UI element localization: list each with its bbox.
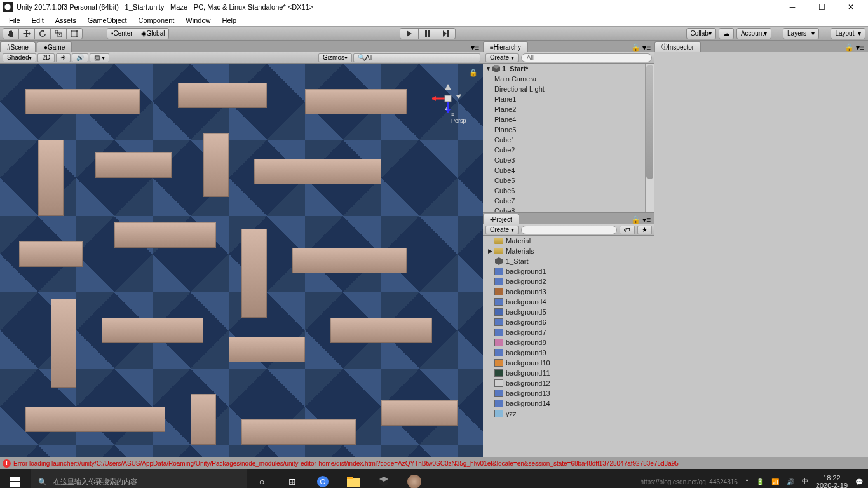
hierarchy-search[interactable] <box>521 53 652 62</box>
menu-component[interactable]: Component <box>133 15 179 25</box>
project-tree[interactable]: Material▶Materials1_Startbackground1back… <box>483 236 654 458</box>
menu-gameobject[interactable]: GameObject <box>83 15 132 25</box>
collab-dropdown[interactable]: Collab ▾ <box>686 28 716 39</box>
tab-hierarchy[interactable]: ≡ Hierarchy <box>483 41 528 52</box>
project-create-dropdown[interactable]: Create ▾ <box>485 226 519 234</box>
project-asset[interactable]: background4 <box>483 297 654 307</box>
scene-search[interactable]: 🔍 All <box>353 53 480 62</box>
hierarchy-item[interactable]: Plane4 <box>483 114 654 125</box>
pivot-center-toggle[interactable]: ▪ Center <box>107 28 137 39</box>
menu-edit[interactable]: Edit <box>27 15 49 25</box>
project-asset[interactable]: background8 <box>483 337 654 348</box>
maximize-button[interactable]: ☐ <box>807 0 836 14</box>
taskview-icon[interactable]: ⊞ <box>277 469 308 488</box>
scale-tool[interactable] <box>50 28 67 39</box>
hierarchy-item[interactable]: Plane2 <box>483 104 654 114</box>
panel-options-icon[interactable]: ▾≡ <box>467 43 483 52</box>
project-folder[interactable]: Material <box>483 236 654 246</box>
scene-view[interactable]: z ≡ Persp 🔒 <box>0 64 483 458</box>
hand-tool[interactable] <box>3 28 19 39</box>
lighting-toggle[interactable]: ☀ <box>56 53 71 62</box>
gizmos-dropdown[interactable]: Gizmos ▾ <box>318 53 352 62</box>
inspector-options-icon[interactable]: 🔒 ▾≡ <box>841 43 868 52</box>
fx-dropdown[interactable]: ▧ ▾ <box>90 53 109 62</box>
search-save-icon[interactable]: ★ <box>637 226 652 234</box>
tray-up-icon[interactable]: ˄ <box>745 478 749 485</box>
project-asset[interactable]: background14 <box>483 398 654 409</box>
rotate-tool[interactable] <box>34 28 51 39</box>
project-asset[interactable]: background11 <box>483 368 654 378</box>
layers-dropdown[interactable]: Layers ▾ <box>783 28 819 39</box>
hierarchy-item[interactable]: Directional Light <box>483 84 654 94</box>
menu-assets[interactable]: Assets <box>50 15 81 25</box>
hierarchy-item[interactable]: Cube8 <box>483 206 654 212</box>
project-scene-asset[interactable]: 1_Start <box>483 256 654 266</box>
clock[interactable]: 18:22 2020-2-19 <box>816 474 848 488</box>
hierarchy-item[interactable]: Cube2 <box>483 145 654 155</box>
project-asset[interactable]: yzz <box>483 409 654 419</box>
volume-icon[interactable]: 🔊 <box>787 478 794 485</box>
move-tool[interactable] <box>18 28 35 39</box>
hierarchy-item[interactable]: Plane5 <box>483 125 654 135</box>
chrome-icon[interactable] <box>308 469 338 488</box>
audio-toggle[interactable]: 🔊 <box>72 53 88 62</box>
project-folder[interactable]: ▶Materials <box>483 246 654 256</box>
taskbar-search[interactable]: 🔍在这里输入你要搜索的内容 <box>31 469 247 488</box>
ime-icon[interactable]: 中 <box>802 477 808 486</box>
project-asset[interactable]: background12 <box>483 378 654 388</box>
layout-dropdown[interactable]: Layout ▾ <box>831 28 865 39</box>
project-asset[interactable]: background7 <box>483 327 654 337</box>
shaded-dropdown[interactable]: Shaded ▾ <box>3 53 36 62</box>
search-filter-icon[interactable]: 🏷 <box>620 226 635 234</box>
persp-label[interactable]: ≡ Persp <box>451 111 470 124</box>
tab-game[interactable]: ● Game <box>37 41 72 52</box>
project-asset[interactable]: background6 <box>483 317 654 327</box>
close-button[interactable]: ✕ <box>836 0 865 14</box>
unity-taskbar-icon[interactable] <box>369 469 399 488</box>
hierarchy-options-icon[interactable]: 🔒 ▾≡ <box>627 43 654 52</box>
account-dropdown[interactable]: Account ▾ <box>736 28 771 39</box>
app-icon[interactable] <box>399 469 430 488</box>
tab-inspector[interactable]: ⓘ Inspector <box>654 41 701 52</box>
menu-help[interactable]: Help <box>217 15 241 25</box>
hierarchy-item[interactable]: Main Camera <box>483 74 654 84</box>
tab-project[interactable]: ▪ Project <box>483 214 519 224</box>
project-asset[interactable]: background10 <box>483 358 654 368</box>
project-asset[interactable]: background1 <box>483 266 654 276</box>
project-asset[interactable]: background3 <box>483 287 654 297</box>
cortana-icon[interactable]: ○ <box>247 469 277 488</box>
hierarchy-scene-root[interactable]: ▼ 1_Start* ▾≡ <box>483 64 654 74</box>
rect-tool[interactable] <box>66 28 83 39</box>
2d-toggle[interactable]: 2D <box>37 53 55 62</box>
minimize-button[interactable]: ─ <box>778 0 807 14</box>
battery-icon[interactable]: 🔋 <box>756 478 764 485</box>
project-asset[interactable]: background13 <box>483 388 654 398</box>
hierarchy-tree[interactable]: ▼ 1_Start* ▾≡ Main CameraDirectional Lig… <box>483 64 654 212</box>
project-options-icon[interactable]: 🔒 ▾≡ <box>627 215 654 224</box>
local-global-toggle[interactable]: ◉ Global <box>137 28 170 39</box>
hierarchy-create-dropdown[interactable]: Create ▾ <box>485 53 519 62</box>
lock-icon[interactable]: 🔒 <box>469 69 478 77</box>
menu-window[interactable]: Window <box>180 15 215 25</box>
start-button[interactable] <box>0 469 31 488</box>
explorer-icon[interactable] <box>338 469 369 488</box>
menu-file[interactable]: File <box>4 15 25 25</box>
hierarchy-item[interactable]: Cube7 <box>483 196 654 206</box>
project-asset[interactable]: background2 <box>483 276 654 287</box>
cloud-button[interactable]: ☁ <box>719 28 734 39</box>
wifi-icon[interactable]: 📶 <box>771 478 779 485</box>
step-button[interactable] <box>437 28 456 39</box>
console-statusbar[interactable]: ! Error loading launcher://unity/C:/User… <box>0 458 868 469</box>
play-button[interactable] <box>400 28 419 39</box>
project-asset[interactable]: background5 <box>483 307 654 317</box>
hierarchy-item[interactable]: Cube1 <box>483 135 654 145</box>
project-search[interactable] <box>521 226 617 234</box>
pause-button[interactable] <box>418 28 437 39</box>
hierarchy-item[interactable]: Cube6 <box>483 186 654 196</box>
hierarchy-item[interactable]: Cube4 <box>483 165 654 175</box>
system-tray[interactable]: https://blog.csdn.net/qq_44624316 ˄ 🔋 📶 … <box>635 474 868 488</box>
hierarchy-item[interactable]: Plane1 <box>483 94 654 104</box>
hierarchy-item[interactable]: Cube5 <box>483 175 654 186</box>
notifications-icon[interactable]: 💬 <box>855 478 863 485</box>
project-asset[interactable]: background9 <box>483 348 654 358</box>
